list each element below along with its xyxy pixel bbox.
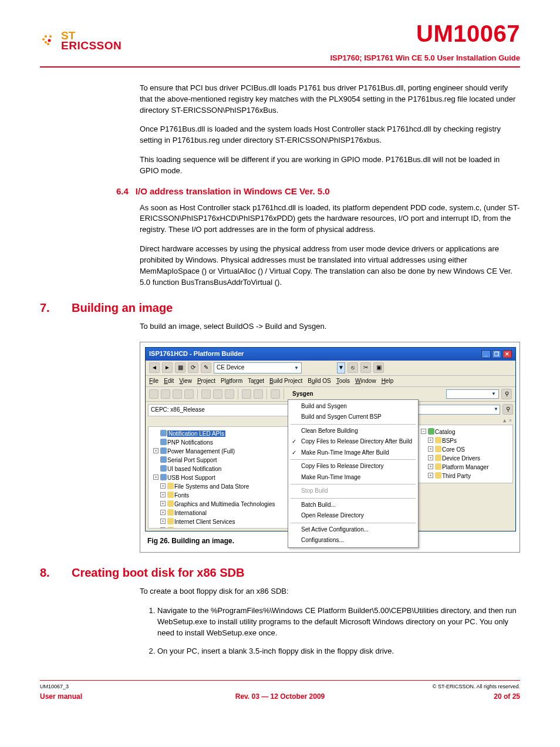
tree-item[interactable]: Security [174, 527, 195, 529]
tree-item[interactable]: PNP Notifications [167, 439, 213, 446]
feature-tree[interactable]: Notification LED APIs PNP Notifications … [148, 426, 301, 529]
header-rule [40, 66, 520, 68]
toolbar-redo-icon[interactable] [254, 389, 263, 399]
section-6-4-number: 6.4 [116, 185, 129, 198]
tree-item[interactable]: International [174, 510, 207, 516]
menu-view[interactable]: View [179, 377, 192, 386]
section-7-title: Building an image [72, 300, 173, 317]
toolbar-paste-icon[interactable] [225, 389, 234, 399]
tree-item[interactable]: Serial Port Support [167, 457, 217, 463]
menu-item-set-active-config[interactable]: Set Active Configuration... [288, 524, 418, 536]
body-paragraph: This loading sequence will be different … [140, 154, 520, 177]
footer-revision: Rev. 03 — 12 October 2009 [200, 692, 360, 702]
tree-item[interactable]: Fonts [174, 492, 189, 499]
pane-resize-handle[interactable]: ▲ × [148, 419, 301, 426]
menu-window[interactable]: Window [355, 377, 376, 386]
svg-point-4 [48, 39, 51, 42]
menu-project[interactable]: Project [197, 377, 215, 386]
tree-item[interactable]: Internet Client Services [174, 519, 235, 525]
svg-point-5 [49, 35, 52, 38]
menu-item-open-release-dir[interactable]: Open Release Directory [288, 510, 418, 521]
tree-item[interactable]: Power Management (Full) [167, 448, 235, 455]
catalog-item[interactable]: Device Drivers [442, 455, 480, 462]
tree-item[interactable]: File Systems and Data Store [174, 483, 249, 490]
step-2: On your PC, insert a blank 3.5-inch flop… [157, 646, 520, 657]
logo-text-bottom: ERICSSON [61, 41, 122, 51]
window-titlebar[interactable]: ISP1761HCD - Platform Builder _ ❐ ✕ [146, 348, 515, 361]
toolbar-icon[interactable]: ⚲ [501, 389, 512, 399]
menu-build-os[interactable]: Build OS [308, 377, 330, 386]
toolbar-cut-icon[interactable] [201, 389, 211, 399]
toolbar-icon[interactable]: ✎ [201, 362, 211, 373]
menu-bar[interactable]: File Edit View Project Platform Target B… [146, 376, 515, 388]
catalog-item[interactable]: Third Party [442, 473, 471, 479]
menu-item-make-rti[interactable]: Make Run-Time Image [288, 472, 418, 483]
section-7-number: 7. [40, 300, 63, 317]
toolbar-icon[interactable]: ⟳ [188, 362, 198, 373]
toolbar-saveall-icon[interactable] [184, 389, 194, 399]
tree-item[interactable]: Notification LED APIs [167, 430, 225, 437]
toolbar-copy-icon[interactable] [213, 389, 222, 399]
catalog-tree[interactable]: −Catalog +BSPs +Core OS +Device Drivers … [418, 425, 513, 483]
catalog-search-icon[interactable]: ⚲ [502, 404, 513, 415]
nav-forward-button[interactable]: ► [162, 362, 173, 373]
nav-back-button[interactable]: ◄ [149, 362, 160, 373]
toolbar-save-icon[interactable] [173, 389, 182, 399]
toolbar-icon[interactable]: ▣ [373, 362, 384, 373]
menu-item-batch-build[interactable]: Batch Build... [288, 500, 418, 511]
toolbar-icon[interactable]: ✂ [360, 362, 371, 373]
menu-item-build-and-sysgen-bsp[interactable]: Build and Sysgen Current BSP [288, 412, 418, 423]
svg-point-3 [47, 43, 49, 45]
build-os-menu-dropdown: Build and Sysgen Build and Sysgen Curren… [288, 399, 419, 548]
chevron-down-icon: ▼ [294, 365, 299, 372]
chevron-down-icon: ▼ [494, 406, 498, 413]
catalog-item[interactable]: Catalog [435, 429, 455, 435]
toolbar-open-icon[interactable] [161, 389, 170, 399]
toolbar-combo[interactable]: ▼ [446, 389, 499, 399]
menu-help[interactable]: Help [382, 377, 394, 386]
catalog-item[interactable]: Core OS [442, 446, 465, 453]
build-os-menu-trigger[interactable]: Sysgen [288, 389, 318, 398]
menu-file[interactable]: File [149, 377, 158, 386]
menu-item-clean-before[interactable]: Clean Before Building [288, 426, 418, 437]
menu-item-configurations[interactable]: Configurations... [288, 535, 418, 546]
section-8-title: Creating boot disk for x86 SDB [72, 564, 245, 581]
menu-build-project[interactable]: Build Project [269, 377, 302, 386]
small-dropdown[interactable]: ▼ [337, 362, 345, 374]
menu-target[interactable]: Target [248, 377, 264, 386]
maximize-button[interactable]: ❐ [492, 350, 501, 358]
body-paragraph: To create a boot floppy disk for an x86 … [140, 586, 520, 597]
menu-tools[interactable]: Tools [336, 377, 350, 386]
menu-platform[interactable]: Platform [221, 377, 242, 386]
chevron-down-icon: ▼ [491, 391, 496, 398]
close-button[interactable]: ✕ [502, 350, 512, 358]
config-dropdown[interactable]: CEPC: x86_Release [151, 406, 205, 415]
toolbar-new-icon[interactable] [149, 389, 158, 399]
catalog-combo[interactable]: ▼ [418, 405, 500, 415]
footer-doc-type: User manual [40, 692, 200, 702]
section-6-4-title: I/O address translation in Windows CE Ve… [136, 185, 330, 198]
brand-logo: ST ERICSSON [40, 31, 122, 51]
body-paragraph: Once P1761Bus.dll is loaded and the syst… [140, 124, 520, 146]
menu-item-make-rti-after[interactable]: ✓Make Run-Time Image After Build [288, 447, 418, 459]
svg-point-0 [42, 38, 45, 41]
menu-item-copy-files[interactable]: Copy Files to Release Directory [288, 461, 418, 472]
tree-item[interactable]: Graphics and Multimedia Technologies [174, 501, 275, 507]
toolbar-icon[interactable]: ⎋ [348, 362, 358, 373]
platform-builder-window: ISP1761HCD - Platform Builder _ ❐ ✕ ◄ ► … [145, 347, 516, 531]
figure-26-container: ISP1761HCD - Platform Builder _ ❐ ✕ ◄ ► … [140, 342, 520, 553]
body-paragraph: Direct hardware accesses by using the ph… [140, 244, 520, 288]
menu-edit[interactable]: Edit [164, 377, 174, 386]
tree-item[interactable]: UI based Notification [167, 466, 221, 472]
tree-item[interactable]: USB Host Support [167, 475, 215, 481]
pane-resize-handle[interactable]: ▲ × [418, 417, 513, 425]
catalog-item[interactable]: BSPs [442, 438, 457, 444]
menu-item-copy-after[interactable]: ✓Copy Files to Release Directory After B… [288, 436, 418, 447]
toolbar-icon[interactable] [271, 389, 280, 399]
toolbar-undo-icon[interactable] [242, 389, 251, 399]
device-dropdown[interactable]: CE Device ▼ [214, 362, 302, 374]
menu-item-build-and-sysgen[interactable]: Build and Sysgen [288, 401, 418, 412]
minimize-button[interactable]: _ [481, 350, 491, 358]
toolbar-icon[interactable]: ▦ [175, 362, 185, 373]
catalog-item[interactable]: Platform Manager [442, 464, 488, 470]
